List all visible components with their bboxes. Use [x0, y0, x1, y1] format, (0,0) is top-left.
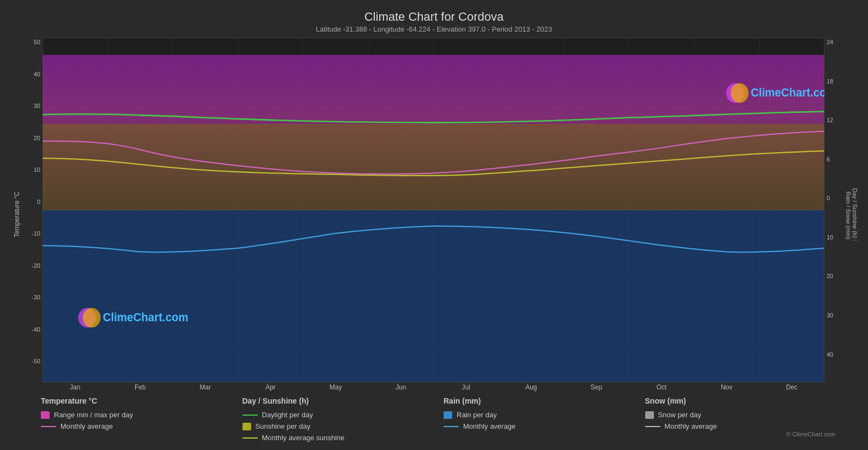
legend-snow-per-day: Snow per day — [645, 411, 847, 419]
y-axis-right-tick-bottom: 10 — [824, 234, 846, 273]
chart-main: ClimeChart.com ClimeChart.com Jan Feb Ma… — [43, 38, 824, 391]
y-axis-right-tick-top: 0 — [824, 195, 846, 234]
svg-rect-25 — [43, 210, 824, 382]
y-axis-left-label: Temperature °C — [11, 38, 23, 391]
legend-sunshine-title: Day / Sunshine (h) — [242, 397, 444, 405]
sunshine-avg-line — [242, 437, 258, 439]
rain-swatch — [444, 411, 452, 419]
x-tick-oct: Oct — [629, 383, 694, 391]
legend-sunshine-avg-label: Monthly average sunshine — [262, 434, 345, 442]
y-axis-right-tick-bottom: 20 — [824, 273, 846, 312]
chart-svg-area: ClimeChart.com ClimeChart.com — [43, 38, 824, 382]
legend-rain-title: Rain (mm) — [444, 397, 645, 405]
legend-temp-range: Range min / max per day — [41, 411, 242, 419]
legend-snow-avg-label: Monthly average — [665, 422, 717, 430]
svg-text:ClimeChart.com: ClimeChart.com — [103, 310, 189, 324]
legend-snow-avg: Monthly average — [645, 422, 847, 430]
svg-text:ClimeChart.com: ClimeChart.com — [751, 85, 824, 99]
legend-rain-per-day: Rain per day — [444, 411, 645, 419]
svg-point-28 — [731, 83, 749, 103]
legend-rain-avg-label: Monthly average — [463, 422, 515, 430]
y-axis-left-tick: 40 — [23, 71, 43, 103]
legend-rain-avg: Monthly average — [444, 422, 645, 430]
x-tick-jun: Jun — [368, 383, 434, 391]
x-tick-feb: Feb — [108, 383, 173, 391]
y-axis-left-tick: 20 — [23, 135, 43, 167]
y-axis-left-tick: 50 — [23, 39, 43, 71]
legend-rain-per-day-label: Rain per day — [457, 411, 497, 419]
snow-avg-line — [645, 426, 660, 427]
y-axis-left-tick: -50 — [23, 358, 43, 390]
daylight-line — [242, 415, 258, 416]
copyright-label: © ClimeChart.com — [634, 431, 836, 437]
y-axis-left-tick: 0 — [23, 199, 43, 231]
chart-area: Temperature °C 50403020100-10-20-30-40-5… — [11, 38, 857, 391]
sunshine-swatch — [242, 423, 251, 430]
x-axis: Jan Feb Mar Apr May Jun Jul Aug Sep Oct … — [43, 382, 824, 391]
legend-rain: Rain (mm) Rain per day Monthly average — [444, 397, 645, 442]
snow-swatch — [645, 411, 654, 419]
y-axis-right-tick-top: 18 — [824, 78, 846, 117]
y-axis-right-tick-top: 12 — [824, 117, 846, 156]
y-axis-right-labels: Day / Sunshine (h) Rain / Snow (mm) — [846, 38, 857, 391]
y-axis-left-tick: -40 — [23, 326, 43, 358]
legend-daylight: Daylight per day — [242, 411, 444, 419]
legend-sunshine-per-day-label: Sunshine per day — [256, 422, 311, 430]
x-tick-jul: Jul — [433, 383, 499, 391]
y-axis-right-tick-top: 6 — [824, 156, 846, 195]
y-axis-left-tick: -30 — [23, 294, 43, 326]
legend-temperature: Temperature °C Range min / max per day M… — [41, 397, 242, 442]
temp-avg-line — [41, 426, 56, 427]
rain-avg-line — [444, 426, 459, 427]
y-axis-right-tick-top: 24 — [824, 39, 846, 78]
legend-sunshine-per-day: Sunshine per day — [242, 422, 444, 430]
x-tick-may: May — [303, 383, 368, 391]
chart-header: Climate Chart for Cordova Latitude -31.3… — [11, 5, 857, 34]
legend-temp-range-label: Range min / max per day — [54, 411, 133, 419]
legend-snow-per-day-label: Snow per day — [658, 411, 702, 419]
chart-svg: ClimeChart.com ClimeChart.com — [43, 38, 824, 382]
legend-snow: Snow (mm) Snow per day Monthly average ©… — [645, 397, 847, 442]
y-axis-left-tick: -10 — [23, 230, 43, 262]
chart-title: Climate Chart for Cordova — [11, 10, 857, 24]
page-container: Climate Chart for Cordova Latitude -31.3… — [0, 0, 868, 450]
legend-daylight-label: Daylight per day — [262, 411, 313, 419]
legend-temp-avg: Monthly average — [41, 422, 242, 430]
y-axis-left-ticks: 50403020100-10-20-30-40-50 — [23, 38, 43, 391]
svg-point-31 — [83, 308, 101, 327]
chart-subtitle: Latitude -31.388 - Longitude -64.224 - E… — [11, 25, 857, 33]
legend-sunshine: Day / Sunshine (h) Daylight per day Suns… — [242, 397, 444, 442]
x-tick-sep: Sep — [564, 383, 629, 391]
x-tick-nov: Nov — [694, 383, 760, 391]
legend-sunshine-avg: Monthly average sunshine — [242, 434, 444, 442]
y-axis-right-ticks: 2418126010203040 — [824, 38, 846, 391]
legend-snow-title: Snow (mm) — [645, 397, 847, 405]
legend-area: Temperature °C Range min / max per day M… — [11, 391, 857, 445]
x-tick-mar: Mar — [173, 383, 238, 391]
legend-temp-avg-label: Monthly average — [60, 422, 113, 430]
x-tick-jan: Jan — [43, 383, 108, 391]
legend-temperature-title: Temperature °C — [41, 397, 242, 405]
temp-range-swatch — [41, 411, 50, 419]
y-axis-left-tick: -20 — [23, 262, 43, 295]
x-tick-apr: Apr — [238, 383, 304, 391]
y-axis-right-tick-bottom: 30 — [824, 312, 846, 351]
y-axis-left-tick: 30 — [23, 103, 43, 135]
x-tick-dec: Dec — [759, 383, 824, 391]
x-tick-aug: Aug — [499, 383, 564, 391]
y-axis-left-tick: 10 — [23, 166, 43, 199]
y-axis-right: 2418126010203040 Day / Sunshine (h) Rain… — [824, 38, 857, 391]
y-axis-right-tick-bottom: 40 — [824, 351, 846, 391]
